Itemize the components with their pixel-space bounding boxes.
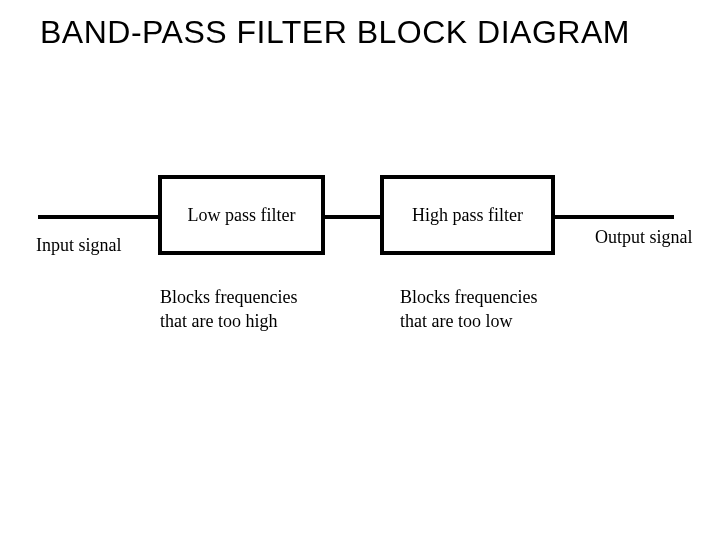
slide: BAND-PASS FILTER BLOCK DIAGRAM Low pass … [0, 0, 720, 540]
low-pass-filter-description: Blocks frequencies that are too high [160, 285, 297, 334]
high-pass-filter-label: High pass filter [412, 205, 523, 226]
middle-wire [322, 215, 382, 219]
output-wire [552, 215, 674, 219]
hpf-desc-line-2: that are too low [400, 309, 537, 333]
lpf-desc-line-2: that are too high [160, 309, 297, 333]
lpf-desc-line-1: Blocks frequencies [160, 285, 297, 309]
block-diagram: Low pass filter High pass filter Input s… [0, 155, 720, 405]
hpf-desc-line-1: Blocks frequencies [400, 285, 537, 309]
output-signal-label: Output signal [595, 225, 693, 249]
page-title: BAND-PASS FILTER BLOCK DIAGRAM [40, 14, 630, 51]
high-pass-filter-description: Blocks frequencies that are too low [400, 285, 537, 334]
input-wire [38, 215, 158, 219]
low-pass-filter-block: Low pass filter [158, 175, 325, 255]
high-pass-filter-block: High pass filter [380, 175, 555, 255]
input-signal-label: Input signal [36, 233, 122, 257]
low-pass-filter-label: Low pass filter [188, 205, 296, 226]
